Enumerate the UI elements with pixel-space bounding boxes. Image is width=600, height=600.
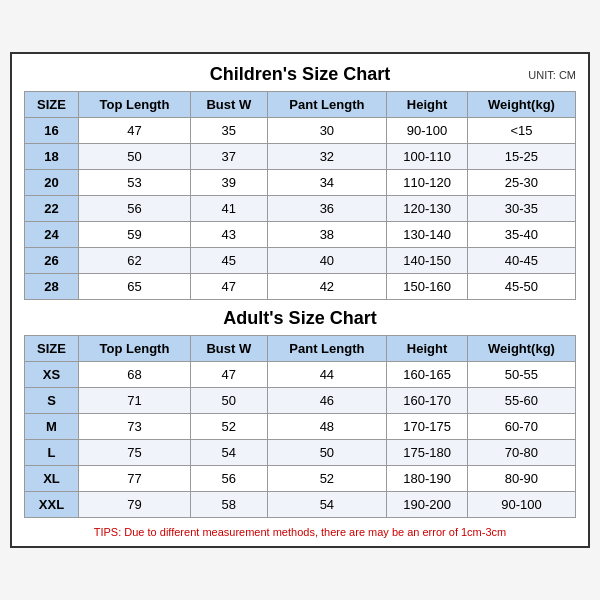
table-cell: 170-175: [387, 414, 468, 440]
table-cell: 62: [78, 248, 190, 274]
table-cell: 68: [78, 362, 190, 388]
table-cell: 190-200: [387, 492, 468, 518]
table-cell: 50: [78, 144, 190, 170]
table-cell: 59: [78, 222, 190, 248]
table-cell: 26: [25, 248, 79, 274]
children-title-row: Children's Size Chart UNIT: CM: [24, 64, 576, 85]
table-cell: 45-50: [467, 274, 575, 300]
table-cell: 42: [267, 274, 387, 300]
table-cell: 39: [191, 170, 268, 196]
table-cell: 22: [25, 196, 79, 222]
table-cell: 44: [267, 362, 387, 388]
table-cell: 43: [191, 222, 268, 248]
unit-label: UNIT: CM: [528, 69, 576, 81]
table-cell: XXL: [25, 492, 79, 518]
adults-col-size: SIZE: [25, 336, 79, 362]
table-cell: 38: [267, 222, 387, 248]
table-cell: 48: [267, 414, 387, 440]
table-cell: 15-25: [467, 144, 575, 170]
table-cell: 50: [191, 388, 268, 414]
table-cell: 35: [191, 118, 268, 144]
table-cell: 52: [267, 466, 387, 492]
table-cell: 30: [267, 118, 387, 144]
table-cell: 16: [25, 118, 79, 144]
table-row: 26624540140-15040-45: [25, 248, 576, 274]
table-cell: 45: [191, 248, 268, 274]
table-cell: 56: [78, 196, 190, 222]
table-cell: 180-190: [387, 466, 468, 492]
table-cell: 100-110: [387, 144, 468, 170]
table-cell: S: [25, 388, 79, 414]
table-row: 22564136120-13030-35: [25, 196, 576, 222]
adults-table: SIZE Top Length Bust W Pant Length Heigh…: [24, 335, 576, 518]
chart-container: Children's Size Chart UNIT: CM SIZE Top …: [10, 52, 590, 548]
children-col-toplength: Top Length: [78, 92, 190, 118]
children-table: SIZE Top Length Bust W Pant Length Heigh…: [24, 91, 576, 300]
table-cell: 18: [25, 144, 79, 170]
table-row: 1647353090-100<15: [25, 118, 576, 144]
children-col-weight: Weight(kg): [467, 92, 575, 118]
table-cell: 34: [267, 170, 387, 196]
children-title: Children's Size Chart: [210, 64, 390, 85]
table-cell: 175-180: [387, 440, 468, 466]
table-cell: M: [25, 414, 79, 440]
adults-title: Adult's Size Chart: [223, 308, 376, 329]
table-cell: 54: [191, 440, 268, 466]
table-cell: 75: [78, 440, 190, 466]
table-row: XL775652180-19080-90: [25, 466, 576, 492]
table-cell: 58: [191, 492, 268, 518]
tips-text: TIPS: Due to different measurement metho…: [24, 526, 576, 538]
table-cell: 73: [78, 414, 190, 440]
table-cell: 90-100: [467, 492, 575, 518]
table-cell: 54: [267, 492, 387, 518]
table-cell: 110-120: [387, 170, 468, 196]
table-cell: 50: [267, 440, 387, 466]
table-cell: 77: [78, 466, 190, 492]
children-header-row: SIZE Top Length Bust W Pant Length Heigh…: [25, 92, 576, 118]
table-row: S715046160-17055-60: [25, 388, 576, 414]
table-row: 18503732100-11015-25: [25, 144, 576, 170]
table-cell: 50-55: [467, 362, 575, 388]
table-cell: 53: [78, 170, 190, 196]
adults-col-pantlength: Pant Length: [267, 336, 387, 362]
table-row: L755450175-18070-80: [25, 440, 576, 466]
table-cell: 80-90: [467, 466, 575, 492]
table-cell: 46: [267, 388, 387, 414]
table-cell: 30-35: [467, 196, 575, 222]
children-col-pantlength: Pant Length: [267, 92, 387, 118]
adults-col-weight: Weight(kg): [467, 336, 575, 362]
table-cell: 20: [25, 170, 79, 196]
table-cell: 28: [25, 274, 79, 300]
table-row: 28654742150-16045-50: [25, 274, 576, 300]
adults-col-bustw: Bust W: [191, 336, 268, 362]
table-cell: 24: [25, 222, 79, 248]
adults-col-height: Height: [387, 336, 468, 362]
table-cell: 160-170: [387, 388, 468, 414]
table-cell: 130-140: [387, 222, 468, 248]
table-cell: 40: [267, 248, 387, 274]
table-cell: 55-60: [467, 388, 575, 414]
table-cell: 32: [267, 144, 387, 170]
table-row: 24594338130-14035-40: [25, 222, 576, 248]
table-row: XXL795854190-20090-100: [25, 492, 576, 518]
table-cell: 65: [78, 274, 190, 300]
table-cell: 25-30: [467, 170, 575, 196]
table-row: XS684744160-16550-55: [25, 362, 576, 388]
table-cell: 47: [191, 274, 268, 300]
adults-col-toplength: Top Length: [78, 336, 190, 362]
adults-header-row: SIZE Top Length Bust W Pant Length Heigh…: [25, 336, 576, 362]
table-cell: 79: [78, 492, 190, 518]
children-col-size: SIZE: [25, 92, 79, 118]
table-cell: XL: [25, 466, 79, 492]
table-cell: 37: [191, 144, 268, 170]
table-cell: 47: [78, 118, 190, 144]
table-cell: 70-80: [467, 440, 575, 466]
table-cell: XS: [25, 362, 79, 388]
table-cell: 160-165: [387, 362, 468, 388]
table-cell: 71: [78, 388, 190, 414]
table-cell: 60-70: [467, 414, 575, 440]
table-cell: 52: [191, 414, 268, 440]
children-col-height: Height: [387, 92, 468, 118]
table-row: 20533934110-12025-30: [25, 170, 576, 196]
table-cell: 90-100: [387, 118, 468, 144]
